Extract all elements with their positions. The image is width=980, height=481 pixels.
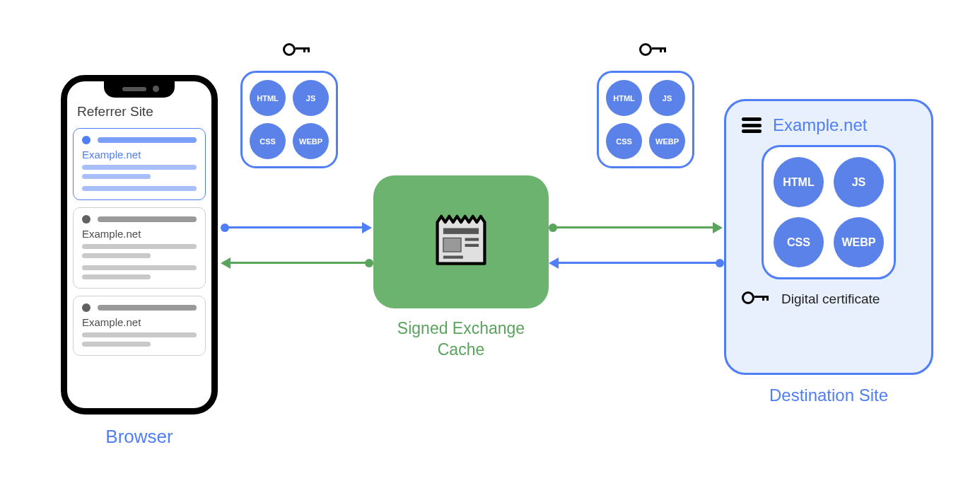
phone-frame: Referrer Site Example.net Example.net bbox=[61, 75, 218, 415]
result-card-selected: Example.net bbox=[73, 128, 206, 200]
favicon-dot bbox=[82, 215, 91, 224]
signed-bundle-a: HTML JS CSS WEBP bbox=[240, 71, 338, 168]
destination-caption: Destination Site bbox=[724, 386, 933, 405]
svg-rect-1 bbox=[443, 238, 461, 252]
asset-html: HTML bbox=[606, 80, 642, 116]
signed-exchange-cache bbox=[373, 175, 549, 308]
key-icon bbox=[742, 291, 773, 308]
destination-assets: HTML JS CSS WEBP bbox=[762, 145, 896, 279]
certificate-label: Digital certificate bbox=[781, 291, 880, 307]
favicon-dot bbox=[82, 136, 91, 144]
phone-screen: Referrer Site Example.net Example.net bbox=[73, 101, 206, 402]
browser-caption: Browser bbox=[61, 426, 218, 448]
result-site-name: Example.net bbox=[82, 149, 197, 161]
result-card: Example.net bbox=[73, 207, 206, 289]
asset-html: HTML bbox=[774, 157, 824, 207]
svg-rect-4 bbox=[443, 256, 463, 259]
asset-webp: WEBP bbox=[293, 123, 329, 159]
destination-site-box: Example.net HTML JS CSS WEBP Digital cer… bbox=[724, 99, 933, 375]
key-icon bbox=[283, 42, 314, 59]
asset-css: CSS bbox=[606, 123, 642, 159]
destination-title: Example.net bbox=[773, 115, 867, 135]
newspaper-icon bbox=[431, 214, 491, 270]
key-icon bbox=[639, 42, 670, 59]
arrows-cache-to-destination bbox=[549, 224, 724, 280]
asset-js: JS bbox=[649, 80, 685, 116]
phone-notch bbox=[104, 81, 175, 98]
result-site-name: Example.net bbox=[82, 228, 197, 240]
asset-js: JS bbox=[293, 80, 329, 116]
arrows-browser-to-cache bbox=[221, 224, 373, 280]
svg-rect-3 bbox=[465, 244, 479, 247]
asset-html: HTML bbox=[250, 80, 286, 116]
hamburger-icon bbox=[742, 117, 762, 133]
asset-webp: WEBP bbox=[649, 123, 685, 159]
result-site-name: Example.net bbox=[82, 316, 197, 328]
result-title-bar bbox=[98, 137, 197, 143]
asset-css: CSS bbox=[774, 217, 824, 267]
cache-caption: Signed Exchange Cache bbox=[373, 318, 549, 361]
signed-bundle-b: HTML JS CSS WEBP bbox=[597, 71, 694, 168]
asset-css: CSS bbox=[250, 123, 286, 159]
asset-webp: WEBP bbox=[834, 217, 884, 267]
asset-js: JS bbox=[834, 157, 884, 207]
referrer-site-title: Referrer Site bbox=[77, 104, 206, 120]
result-title-bar bbox=[98, 305, 197, 311]
result-title-bar bbox=[98, 216, 197, 222]
result-card: Example.net bbox=[73, 296, 206, 356]
favicon-dot bbox=[82, 303, 91, 312]
svg-rect-2 bbox=[465, 238, 479, 240]
svg-rect-0 bbox=[443, 228, 479, 234]
